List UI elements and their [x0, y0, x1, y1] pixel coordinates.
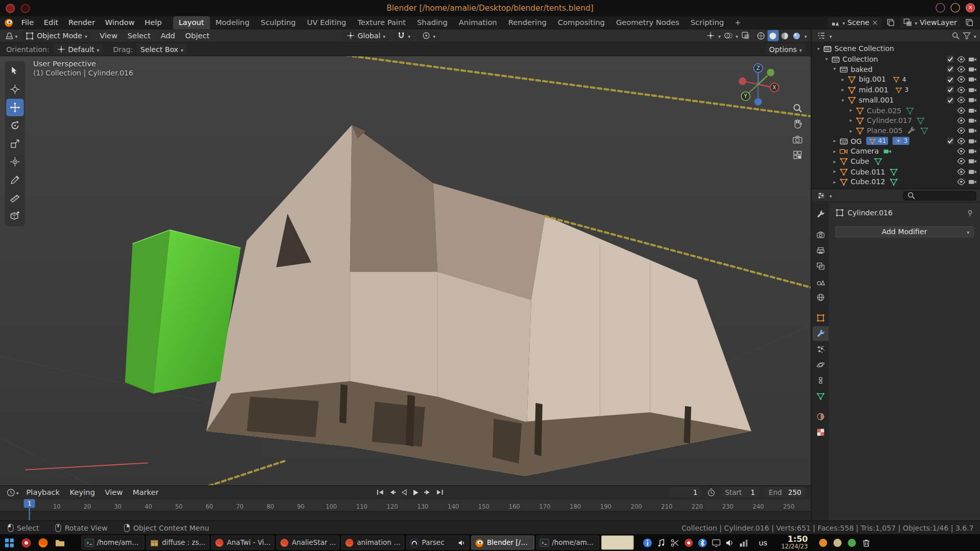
- playhead[interactable]: 1: [24, 499, 35, 508]
- tray-net-icon[interactable]: [739, 538, 749, 548]
- properties-tab-output[interactable]: [813, 243, 829, 258]
- hide-viewport-toggle[interactable]: [955, 75, 967, 84]
- tray-record-icon[interactable]: [684, 538, 694, 548]
- taskbar-clock[interactable]: 1:50 12/24/23: [781, 535, 807, 550]
- outliner-row-small-001[interactable]: ▾small.001: [812, 95, 980, 105]
- viewport-canvas[interactable]: [0, 56, 811, 485]
- pin-icon[interactable]: [966, 209, 974, 217]
- properties-tab-view-layer[interactable]: [813, 259, 829, 273]
- show-overlays-toggle[interactable]: [722, 30, 733, 41]
- tool-add-cube-button[interactable]: [6, 208, 23, 225]
- shading-wireframe-button[interactable]: [755, 30, 767, 41]
- new-scene-icon[interactable]: [886, 18, 895, 27]
- workspace-tab-layout[interactable]: Layout: [173, 16, 210, 29]
- timeline-editor-type-button[interactable]: [5, 487, 16, 498]
- timeline-menu-view[interactable]: View: [100, 486, 128, 499]
- tray-display-icon[interactable]: [711, 538, 721, 548]
- blender-logo-icon[interactable]: [4, 17, 14, 28]
- options-dropdown[interactable]: Options: [766, 44, 806, 55]
- selectable-checkbox[interactable]: [944, 86, 955, 94]
- disable-render-toggle[interactable]: [967, 116, 978, 125]
- tray-green-dot-icon[interactable]: [847, 538, 857, 548]
- properties-tab-texture[interactable]: [813, 425, 829, 440]
- outliner-row-cube[interactable]: ▸Cube: [812, 156, 980, 166]
- navigation-gizmo[interactable]: Z X Y: [734, 61, 782, 108]
- properties-tab-modifiers[interactable]: [813, 326, 829, 341]
- taskbar-window-item[interactable]: [601, 535, 634, 549]
- hide-viewport-toggle[interactable]: [955, 55, 967, 63]
- disable-render-toggle[interactable]: [967, 106, 978, 115]
- maximize-button[interactable]: [950, 3, 960, 12]
- expander-icon[interactable]: ▾: [815, 46, 823, 52]
- viewport-3d[interactable]: User Perspective (1) Collection | Cylind…: [0, 56, 811, 485]
- properties-tab-world[interactable]: [813, 290, 829, 305]
- snapping-toggle[interactable]: [393, 30, 414, 41]
- expander-icon[interactable]: ▸: [839, 87, 847, 93]
- tool-rotate-button[interactable]: [6, 117, 23, 134]
- workspace-tab-animation[interactable]: Animation: [453, 16, 503, 29]
- timeline-track-area[interactable]: [0, 511, 811, 520]
- frame-start-field[interactable]: Start 1: [721, 487, 760, 497]
- gizmo-negz-axis[interactable]: [754, 98, 762, 106]
- launcher-firefox-launcher[interactable]: [36, 535, 51, 549]
- workspace-tab-uv-editing[interactable]: UV Editing: [301, 16, 352, 29]
- tool-annotate-button[interactable]: [6, 171, 23, 189]
- xray-toggle[interactable]: [740, 30, 751, 41]
- outliner-row-cylinder-017[interactable]: ▸Cylinder.017: [812, 115, 980, 126]
- hide-viewport-toggle[interactable]: [955, 157, 967, 166]
- expander-icon[interactable]: ▸: [847, 118, 855, 123]
- tray-tan-dot-icon[interactable]: [832, 538, 842, 548]
- expander-icon[interactable]: ▾: [839, 97, 847, 103]
- workspace-tab-modeling[interactable]: Modeling: [210, 16, 255, 29]
- tray-note-icon[interactable]: [656, 538, 667, 548]
- transform-orientation-selector[interactable]: Global: [342, 30, 389, 41]
- properties-tab-constraints[interactable]: [813, 373, 829, 388]
- playback-jump-end-button[interactable]: [434, 487, 445, 497]
- add-workspace-button[interactable]: +: [729, 16, 746, 29]
- disable-render-toggle[interactable]: [967, 85, 978, 94]
- tray-orange-dot-icon[interactable]: [818, 538, 828, 548]
- tool-measure-button[interactable]: [6, 189, 23, 207]
- menu-help[interactable]: Help: [140, 16, 167, 29]
- outliner-row-cube-025[interactable]: ▸Cube.025: [812, 105, 980, 115]
- outliner-row-cube-011[interactable]: ▸Cube.011: [812, 167, 980, 177]
- close-button[interactable]: ×: [966, 3, 975, 12]
- taskbar-window-diffuse-zs[interactable]: diffuse : zs...: [146, 535, 210, 549]
- launcher-show-apps[interactable]: [2, 535, 17, 549]
- properties-tab-object[interactable]: [813, 311, 829, 325]
- expander-icon[interactable]: ▸: [830, 138, 839, 144]
- selectable-checkbox[interactable]: [944, 55, 955, 63]
- properties-search-input[interactable]: [903, 191, 976, 200]
- menu-render[interactable]: Render: [63, 16, 100, 29]
- show-gizmo-toggle[interactable]: [705, 30, 716, 41]
- launcher-app-launcher[interactable]: [19, 535, 34, 549]
- timeline-menu-marker[interactable]: Marker: [128, 486, 163, 499]
- taskbar-window-analiestar[interactable]: AnalieStar ...: [276, 535, 339, 549]
- mode-selector[interactable]: Object Mode: [21, 30, 91, 41]
- tray-bluetooth-icon[interactable]: [698, 538, 708, 548]
- playback-jump-start-button[interactable]: [375, 487, 385, 497]
- tool-transform-button[interactable]: [6, 153, 23, 170]
- viewport-menu-add[interactable]: Add: [156, 30, 180, 42]
- workspace-tab-shading[interactable]: Shading: [411, 16, 453, 29]
- properties-tab-render[interactable]: [813, 228, 829, 242]
- search-icon[interactable]: [951, 31, 960, 40]
- tray-volume-icon[interactable]: [725, 538, 735, 548]
- proportional-editing-toggle[interactable]: [418, 30, 439, 41]
- properties-tab-tool[interactable]: [813, 207, 829, 221]
- hide-viewport-toggle[interactable]: [955, 127, 967, 135]
- timeline-menu-keying[interactable]: Keying: [65, 486, 100, 499]
- launcher-files-launcher[interactable]: [53, 535, 67, 549]
- viewport-menu-select[interactable]: Select: [122, 30, 156, 42]
- window-icon[interactable]: [20, 4, 30, 13]
- frame-end-field[interactable]: End 250: [765, 487, 806, 497]
- toggle-ortho-icon[interactable]: [792, 149, 803, 161]
- shading-material-button[interactable]: [779, 30, 791, 41]
- expander-icon[interactable]: ▾: [830, 66, 839, 72]
- expander-icon[interactable]: ▸: [847, 128, 855, 134]
- viewport-menu-view[interactable]: View: [94, 30, 122, 42]
- outliner-row-camera[interactable]: ▸Camera: [812, 146, 980, 156]
- tray-cut-icon[interactable]: [670, 538, 680, 548]
- workspace-tab-compositing[interactable]: Compositing: [552, 16, 610, 29]
- disable-render-toggle[interactable]: [967, 55, 978, 63]
